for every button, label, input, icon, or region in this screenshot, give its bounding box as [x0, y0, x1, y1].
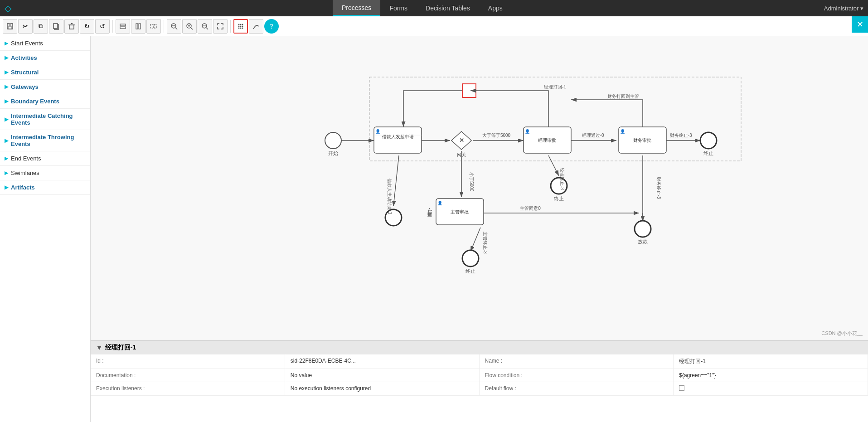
- svg-text:借款人发起申请: 借款人发起申请: [382, 134, 414, 139]
- prop-value-default-flow: [674, 382, 868, 396]
- cut-button[interactable]: ✂: [18, 19, 33, 34]
- prop-value-flow-condition: ${agreen=="1"}: [674, 369, 868, 382]
- bpmn-canvas[interactable]: 开始 👤 借款人发起申请 ✕ 网关 大于等于5000 👤 经理审批 经理通过-0: [91, 36, 868, 340]
- svg-rect-9: [120, 27, 126, 29]
- svg-text:经理打回-1: 经理打回-1: [544, 84, 566, 89]
- svg-line-16: [175, 28, 177, 29]
- user-menu[interactable]: Administrator ▾: [824, 5, 863, 12]
- zoom-fit-button[interactable]: [198, 19, 212, 34]
- svg-rect-1: [9, 24, 11, 26]
- prop-value-id: sid-22F8E0DA-ECBE-4C...: [285, 354, 480, 369]
- toolbar: ✂ ⧉ ↻ ↺ ?: [0, 16, 868, 36]
- sidebar-label-end-events: End Events: [11, 155, 41, 162]
- prop-label-doc: Documentation :: [91, 369, 285, 382]
- svg-text:✕: ✕: [459, 137, 464, 144]
- sidebar-label-artifacts: Artifacts: [11, 184, 35, 191]
- svg-point-25: [240, 24, 242, 25]
- sidebar-item-end-events[interactable]: ▶ End Events: [0, 151, 90, 166]
- svg-text:终止: 终止: [554, 196, 564, 201]
- svg-text:终止: 终止: [466, 268, 475, 274]
- sidebar-item-activities[interactable]: ▶ Activities: [0, 51, 90, 65]
- svg-rect-5: [69, 25, 74, 29]
- sidebar-label-intermediate-catching: Intermediate Catching Events: [11, 112, 86, 126]
- svg-line-22: [206, 28, 208, 29]
- prop-label-id: Id :: [91, 354, 285, 369]
- tab-forms[interactable]: Forms: [380, 0, 417, 16]
- sidebar-item-swimlanes[interactable]: ▶ Swimlanes: [0, 166, 90, 180]
- svg-text:👤: 👤: [620, 129, 626, 134]
- svg-text:主管同意0: 主管同意0: [520, 206, 541, 211]
- sidebar: ▶ Start Events ▶ Activities ▶ Structural…: [0, 36, 91, 422]
- chevron-right-icon-throwing: ▶: [5, 138, 8, 144]
- svg-text:小于5000: 小于5000: [469, 172, 474, 192]
- connect-button[interactable]: [249, 19, 263, 34]
- sidebar-item-gateways[interactable]: ▶ Gateways: [0, 80, 90, 94]
- svg-text:财务打回到主管: 财务打回到主管: [607, 94, 639, 99]
- sidebar-item-structural[interactable]: ▶ Structural: [0, 65, 90, 80]
- sidebar-item-intermediate-throwing[interactable]: ▶ Intermediate Throwing Events: [0, 130, 90, 151]
- svg-text:👤: 👤: [437, 200, 443, 206]
- svg-text:经理终止-3: 经理终止-3: [560, 168, 565, 190]
- svg-text:终止: 终止: [703, 150, 713, 156]
- paste-button[interactable]: [49, 19, 63, 34]
- sidebar-item-intermediate-catching[interactable]: ▶ Intermediate Catching Events: [0, 109, 90, 130]
- sidebar-item-start-events[interactable]: ▶ Start Events: [0, 36, 90, 51]
- svg-rect-12: [150, 24, 153, 28]
- task-borrow-apply[interactable]: [374, 127, 422, 153]
- zoom-in-button[interactable]: [182, 19, 197, 34]
- group-button[interactable]: [146, 19, 161, 34]
- chevron-right-icon-end: ▶: [5, 155, 8, 161]
- start-event[interactable]: [325, 132, 341, 149]
- svg-point-28: [240, 25, 242, 27]
- svg-text:主管审批: 主管审批: [451, 209, 469, 214]
- svg-rect-4: [53, 24, 58, 29]
- prop-value-name: 经理打回-1: [674, 354, 868, 369]
- main-layout: ▶ Start Events ▶ Activities ▶ Structural…: [0, 36, 868, 422]
- tab-decision-tables[interactable]: Decision Tables: [417, 0, 479, 16]
- sidebar-item-boundary-events[interactable]: ▶ Boundary Events: [0, 94, 90, 109]
- svg-rect-13: [154, 24, 157, 28]
- tab-processes[interactable]: Processes: [333, 0, 380, 16]
- undo-button[interactable]: ↺: [95, 19, 110, 34]
- prop-label-default-flow: Default flow :: [480, 382, 674, 396]
- zoom-out-button[interactable]: [167, 19, 181, 34]
- snap-button[interactable]: [233, 19, 248, 34]
- canvas-area: 开始 👤 借款人发起申请 ✕ 网关 大于等于5000 👤 经理审批 经理通过-0: [91, 36, 868, 422]
- prop-label-flow-condition: Flow condition :: [480, 369, 674, 382]
- svg-point-24: [238, 24, 240, 25]
- end-event-3[interactable]: [462, 250, 479, 267]
- chevron-right-icon-artifacts: ▶: [5, 184, 8, 190]
- align-v-button[interactable]: [131, 19, 145, 34]
- end-event-5[interactable]: [635, 221, 651, 237]
- sidebar-item-artifacts[interactable]: ▶ Artifacts: [0, 180, 90, 195]
- svg-point-32: [242, 27, 243, 29]
- svg-text:财务终止-3: 财务终止-3: [656, 177, 661, 199]
- chevron-right-icon-structural: ▶: [5, 69, 8, 75]
- svg-line-44: [548, 155, 559, 176]
- align-h-button[interactable]: [116, 19, 130, 34]
- help-button[interactable]: ?: [264, 19, 279, 34]
- svg-text:开始: 开始: [328, 150, 338, 156]
- props-title-text: 经理打回-1: [105, 344, 136, 352]
- svg-line-41: [393, 155, 399, 206]
- svg-text:财务审批: 财务审批: [633, 138, 651, 143]
- separator-3: [230, 20, 231, 33]
- app-logo: ◇: [5, 3, 11, 14]
- default-flow-checkbox[interactable]: [679, 385, 684, 391]
- svg-text:网关: 网关: [457, 152, 466, 157]
- save-button[interactable]: [3, 19, 17, 34]
- sidebar-label-gateways: Gateways: [11, 83, 39, 90]
- delete-button[interactable]: [64, 19, 79, 34]
- fullscreen-button[interactable]: [213, 19, 228, 34]
- end-event-1[interactable]: [700, 132, 717, 149]
- properties-panel: ▼ 经理打回-1 Id : sid-22F8E0DA-ECBE-4C... Na…: [91, 340, 868, 422]
- separator-1: [112, 20, 113, 33]
- svg-point-30: [238, 27, 240, 29]
- tab-apps[interactable]: Apps: [479, 0, 512, 16]
- sidebar-label-activities: Activities: [11, 54, 37, 61]
- close-button[interactable]: ✕: [852, 16, 868, 33]
- chevron-right-icon-gateways: ▶: [5, 84, 8, 90]
- copy-button[interactable]: ⧉: [34, 19, 48, 34]
- sidebar-label-boundary-events: Boundary Events: [11, 98, 59, 105]
- redo-button[interactable]: ↻: [80, 19, 94, 34]
